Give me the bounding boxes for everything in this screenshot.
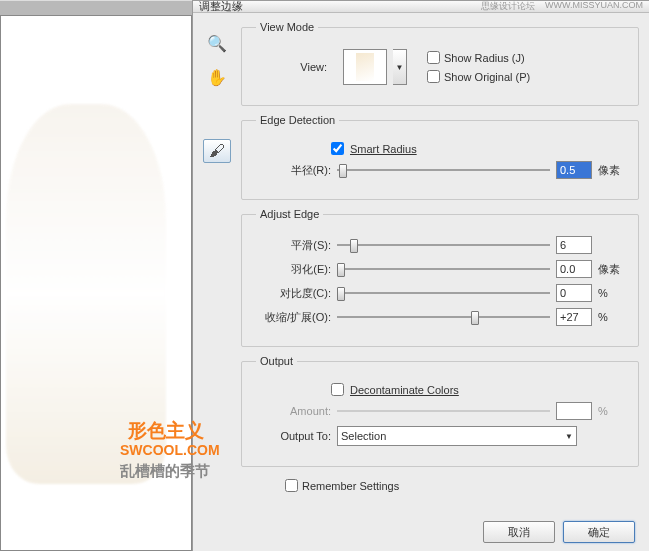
shift-label: 收缩/扩展(O):	[256, 310, 331, 325]
adjust-edge-group: Adjust Edge 平滑(S): 羽化(E): 像素 对比度(C):	[241, 208, 639, 347]
decontaminate-label: Decontaminate Colors	[350, 384, 459, 396]
zoom-tool[interactable]: 🔍	[203, 31, 231, 55]
show-original-checkbox[interactable]	[427, 70, 440, 83]
remember-settings-check[interactable]: Remember Settings	[241, 475, 639, 492]
output-to-select[interactable]: Selection ▼	[337, 426, 577, 446]
site-watermark: WWW.MISSYUAN.COM	[545, 0, 643, 13]
shift-slider[interactable]	[337, 309, 550, 325]
amount-unit: %	[598, 405, 624, 417]
smooth-slider[interactable]	[337, 237, 550, 253]
refine-radius-tool[interactable]: 🖌	[203, 139, 231, 163]
radius-label: 半径(R):	[256, 163, 331, 178]
show-radius-checkbox[interactable]	[427, 51, 440, 64]
dialog-buttons: 取消 确定	[483, 521, 635, 543]
dialog-title-bar: 调整边缘 思缘设计论坛 WWW.MISSYUAN.COM	[193, 1, 649, 13]
ok-button[interactable]: 确定	[563, 521, 635, 543]
chevron-down-icon: ▼	[565, 432, 573, 441]
contrast-slider[interactable]	[337, 285, 550, 301]
amount-input	[556, 402, 592, 420]
contrast-unit: %	[598, 287, 624, 299]
amount-label: Amount:	[256, 405, 331, 417]
forum-watermark: 思缘设计论坛	[481, 0, 535, 13]
radius-slider[interactable]	[337, 162, 550, 178]
radius-unit: 像素	[598, 163, 624, 178]
refine-edge-dialog: 调整边缘 思缘设计论坛 WWW.MISSYUAN.COM 🔍 ✋ 🖌 View …	[192, 0, 649, 551]
shift-unit: %	[598, 311, 624, 323]
output-group: Output Decontaminate Colors Amount: % Ou…	[241, 355, 639, 467]
smart-radius-checkbox[interactable]	[331, 142, 344, 155]
cancel-button[interactable]: 取消	[483, 521, 555, 543]
output-to-label: Output To:	[256, 430, 331, 442]
tool-column: 🔍 ✋ 🖌	[201, 21, 233, 513]
magnifier-icon: 🔍	[207, 34, 227, 53]
hand-tool[interactable]: ✋	[203, 65, 231, 89]
shift-input[interactable]	[556, 308, 592, 326]
hand-icon: ✋	[207, 68, 227, 87]
watermark-brand-cn: 形色主义	[128, 418, 204, 444]
remember-checkbox[interactable]	[285, 479, 298, 492]
feather-input[interactable]	[556, 260, 592, 278]
view-label: View:	[256, 61, 331, 73]
feather-unit: 像素	[598, 262, 624, 277]
edge-detection-legend: Edge Detection	[256, 114, 339, 126]
contrast-label: 对比度(C):	[256, 286, 331, 301]
watermark-tagline: 乱槽槽的季节	[120, 462, 210, 481]
amount-slider	[337, 403, 550, 419]
feather-label: 羽化(E):	[256, 262, 331, 277]
adjust-edge-legend: Adjust Edge	[256, 208, 323, 220]
view-mode-group: View Mode View: ▼ Show Radius (J) Show O…	[241, 21, 639, 106]
view-mode-legend: View Mode	[256, 21, 318, 33]
contrast-input[interactable]	[556, 284, 592, 302]
watermark-brand-en: SWCOOL.COM	[120, 442, 220, 458]
output-legend: Output	[256, 355, 297, 367]
show-radius-check[interactable]: Show Radius (J)	[427, 51, 530, 64]
dialog-title: 调整边缘	[199, 0, 243, 14]
edge-detection-group: Edge Detection Smart Radius 半径(R): 像素	[241, 114, 639, 200]
feather-slider[interactable]	[337, 261, 550, 277]
smooth-label: 平滑(S):	[256, 238, 331, 253]
smart-radius-label: Smart Radius	[350, 143, 417, 155]
view-dropdown-arrow[interactable]: ▼	[393, 49, 407, 85]
decontaminate-checkbox[interactable]	[331, 383, 344, 396]
brush-icon: 🖌	[209, 142, 225, 160]
show-original-check[interactable]: Show Original (P)	[427, 70, 530, 83]
smooth-input[interactable]	[556, 236, 592, 254]
radius-input[interactable]	[556, 161, 592, 179]
view-thumbnail[interactable]	[343, 49, 387, 85]
